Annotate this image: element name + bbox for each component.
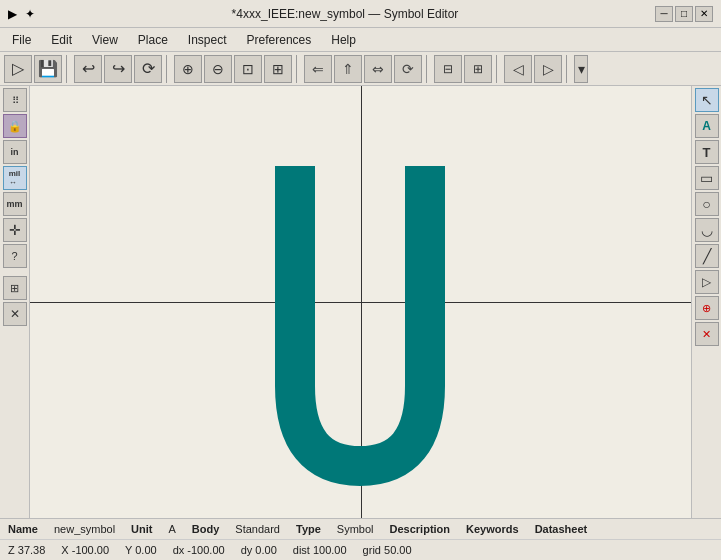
title-left-icons: ▶ ✦	[8, 7, 35, 21]
menu-place[interactable]: Place	[130, 31, 176, 49]
status-row2: Z 37.38 X -100.00 Y 0.00 dx -100.00 dy 0…	[0, 540, 721, 560]
window-controls: ─ □ ✕	[655, 6, 713, 22]
component-right-button[interactable]: ▷	[534, 55, 562, 83]
select-tool-button[interactable]: ↖	[695, 88, 719, 112]
grid-toggle-button[interactable]: ⠿	[3, 88, 27, 112]
toolbar: ▷ 💾 ↩ ↪ ⟳ ⊕ ⊖ ⊡ ⊞ ⇐ ⇑ ⇔ ⟳ ⊟ ⊞ ◁ ▷ ▾	[0, 52, 721, 86]
dist-coord: dist 100.00	[293, 544, 347, 556]
close-button[interactable]: ✕	[695, 6, 713, 22]
name-value: new_symbol	[54, 523, 115, 535]
component-tree-button[interactable]: ⊞	[3, 276, 27, 300]
arc-tool-button[interactable]: ◡	[695, 218, 719, 242]
sep5	[496, 55, 500, 83]
menubar: File Edit View Place Inspect Preferences…	[0, 28, 721, 52]
maximize-button[interactable]: □	[675, 6, 693, 22]
status-row1: Name new_symbol Unit A Body Standard Typ…	[0, 519, 721, 540]
type-label: Type	[296, 523, 321, 535]
tools-button[interactable]: ✕	[3, 302, 27, 326]
sep1	[66, 55, 70, 83]
minimize-button[interactable]: ─	[655, 6, 673, 22]
app-arrow-icon: ▶	[8, 7, 17, 21]
unit-mil-button[interactable]: mil↔	[3, 166, 27, 190]
x-coord: X -100.00	[61, 544, 109, 556]
inspect-symbol-button[interactable]: ?	[3, 244, 27, 268]
type-field: Type	[296, 523, 321, 535]
zoom-out-button[interactable]: ⊖	[204, 55, 232, 83]
menu-inspect[interactable]: Inspect	[180, 31, 235, 49]
body-value: Standard	[235, 523, 280, 535]
body-label: Body	[192, 523, 220, 535]
datasheet-label: Datasheet	[535, 523, 588, 535]
main-area: ⠿ 🔒 in mil↔ mm ✛ ? ⊞ ✕ ↖ A T ▭ ○ ◡ ╱ ▷ ⊕…	[0, 86, 721, 518]
unit-mm-button[interactable]: mm	[3, 192, 27, 216]
new-button[interactable]: ▷	[4, 55, 32, 83]
crosshair-button[interactable]: ✛	[3, 218, 27, 242]
sep3	[296, 55, 300, 83]
titlebar: ▶ ✦ *4xxx_IEEE:new_symbol — Symbol Edito…	[0, 0, 721, 28]
mirror-y-button[interactable]: ⇑	[334, 55, 362, 83]
sep2	[166, 55, 170, 83]
unit-field: Unit	[131, 523, 152, 535]
name-label: Name	[8, 523, 38, 535]
symbol-svg	[30, 86, 691, 518]
zoom-in-button[interactable]: ⊕	[174, 55, 202, 83]
y-coord: Y 0.00	[125, 544, 157, 556]
text-tool-button[interactable]: T	[695, 140, 719, 164]
arrow-tool-button[interactable]: ▷	[695, 270, 719, 294]
unit-in-button[interactable]: in	[3, 140, 27, 164]
app-pin-icon: ✦	[25, 7, 35, 21]
dy-coord: dy 0.00	[241, 544, 277, 556]
canvas-area[interactable]	[30, 86, 691, 518]
grid-button[interactable]: ⊞	[464, 55, 492, 83]
menu-view[interactable]: View	[84, 31, 126, 49]
save-button[interactable]: 💾	[34, 55, 62, 83]
right-toolbar: ↖ A T ▭ ○ ◡ ╱ ▷ ⊕ ✕	[691, 86, 721, 518]
redo-button[interactable]: ↪	[104, 55, 132, 83]
flip-button[interactable]: ⇔	[364, 55, 392, 83]
statusbar: Name new_symbol Unit A Body Standard Typ…	[0, 518, 721, 560]
align-tool-button[interactable]: ⊕	[695, 296, 719, 320]
mirror-x-button[interactable]: ⇐	[304, 55, 332, 83]
menu-edit[interactable]: Edit	[43, 31, 80, 49]
line-tool-button[interactable]: ╱	[695, 244, 719, 268]
cancel-tool-button[interactable]: ✕	[695, 322, 719, 346]
left-toolbar: ⠿ 🔒 in mil↔ mm ✛ ? ⊞ ✕	[0, 86, 30, 518]
menu-help[interactable]: Help	[323, 31, 364, 49]
rotate-button[interactable]: ⟳	[394, 55, 422, 83]
undo-button[interactable]: ↩	[74, 55, 102, 83]
toolbar-dropdown[interactable]: ▾	[574, 55, 588, 83]
zoom-coord: Z 37.38	[8, 544, 45, 556]
keywords-label: Keywords	[466, 523, 519, 535]
sep4	[426, 55, 430, 83]
body-field: Body	[192, 523, 220, 535]
zoom-fit-button[interactable]: ⊞	[264, 55, 292, 83]
window-title: *4xxx_IEEE:new_symbol — Symbol Editor	[35, 7, 655, 21]
dx-coord: dx -100.00	[173, 544, 225, 556]
rect-tool-button[interactable]: ▭	[695, 166, 719, 190]
pin-tool-button[interactable]: A	[695, 114, 719, 138]
grid-value: grid 50.00	[363, 544, 412, 556]
lock-button[interactable]: 🔒	[3, 114, 27, 138]
menu-file[interactable]: File	[4, 31, 39, 49]
refresh-button[interactable]: ⟳	[134, 55, 162, 83]
table-button[interactable]: ⊟	[434, 55, 462, 83]
type-value: Symbol	[337, 523, 374, 535]
description-label: Description	[390, 523, 451, 535]
name-field: Name	[8, 523, 38, 535]
circle-tool-button[interactable]: ○	[695, 192, 719, 216]
unit-label: Unit	[131, 523, 152, 535]
component-left-button[interactable]: ◁	[504, 55, 532, 83]
zoom-area-button[interactable]: ⊡	[234, 55, 262, 83]
menu-preferences[interactable]: Preferences	[239, 31, 320, 49]
sep6	[566, 55, 570, 83]
unit-value: A	[169, 523, 176, 535]
